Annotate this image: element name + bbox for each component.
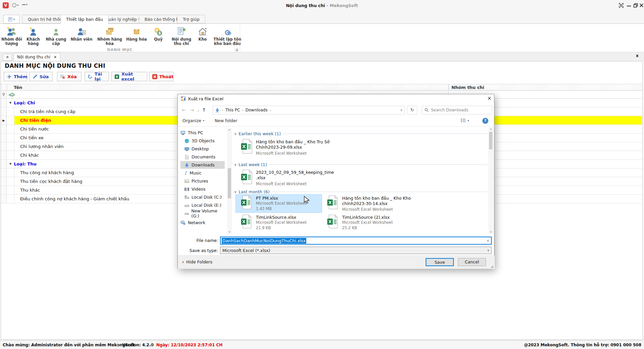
- resize-grip[interactable]: ◢: [491, 265, 493, 268]
- thoat-button[interactable]: Thoát: [149, 72, 173, 81]
- close-button[interactable]: [639, 3, 644, 8]
- up-button[interactable]: ↑: [202, 107, 206, 113]
- tab-tro-giup[interactable]: Trợ giúp: [177, 15, 205, 23]
- breadcrumb-this-pc[interactable]: This PC: [225, 108, 240, 112]
- ribbon-item-quy[interactable]: €$ Quỹ: [149, 25, 168, 49]
- status-version: Version: 4.2.0: [122, 343, 154, 347]
- sidebar-item-pictures[interactable]: Pictures: [180, 177, 225, 185]
- disk-icon: [184, 203, 189, 208]
- chevron-down-icon: ▾: [203, 119, 204, 122]
- scroll-down-icon[interactable]: ∨: [227, 231, 232, 233]
- cancel-button[interactable]: Cancel: [458, 258, 486, 266]
- scroll-up-icon[interactable]: ∧: [227, 129, 232, 131]
- group-earlier-this-week[interactable]: ∨ Earlier this week (1): [234, 131, 487, 136]
- close-all-tabs-button[interactable]: ✕: [3, 54, 12, 61]
- tai-lai-button[interactable]: Tải lại: [85, 72, 109, 81]
- ribbon-item-thiet-lap-ton-kho[interactable]: ⚙ ⚙ Thiết lập tồn kho ban đầu: [211, 25, 244, 49]
- minimize-button[interactable]: [627, 3, 632, 8]
- them-button[interactable]: Thêm: [4, 72, 27, 81]
- save-button[interactable]: Save: [426, 258, 454, 266]
- sidebar-item-new-volume-g[interactable]: New Volume (G:): [180, 209, 225, 217]
- help-button[interactable]: ?: [482, 118, 488, 124]
- refresh-icon: [88, 74, 93, 79]
- sidebar-item-this-pc[interactable]: This PC: [180, 129, 225, 137]
- chevron-down-icon[interactable]: ∨: [234, 163, 236, 166]
- chevron-down-icon[interactable]: ∨: [487, 239, 489, 242]
- sidebar-item-documents[interactable]: Documents: [180, 153, 225, 161]
- scrollbar-thumb[interactable]: [228, 168, 231, 198]
- group-last-week[interactable]: ∨ Last week (1): [234, 162, 487, 167]
- save-as-type-select[interactable]: Microsoft Excel (*.xlsx) ∨: [220, 247, 492, 254]
- breadcrumb-downloads[interactable]: Downloads: [246, 108, 268, 112]
- collapse-triangle-icon[interactable]: ▼: [9, 162, 11, 165]
- chevron-down-icon: ▾: [468, 119, 469, 122]
- picture-icon: [184, 179, 189, 184]
- new-folder-button[interactable]: New folder: [215, 118, 237, 123]
- excel-file-icon: [241, 139, 252, 154]
- forward-button[interactable]: →: [190, 107, 194, 113]
- xoa-button[interactable]: Xóa: [57, 72, 82, 81]
- search-input[interactable]: Search Downloads: [422, 106, 492, 114]
- file-name: PT PM.xlsx: [256, 196, 278, 201]
- tab-close-icon[interactable]: ✕: [54, 55, 57, 59]
- sidebar-item-downloads[interactable]: Downloads: [180, 161, 225, 169]
- view-mode-button[interactable]: ▾: [461, 118, 469, 123]
- ribbon-item-nhom-hang-hoa[interactable]: Nhóm hàng hóa: [95, 25, 124, 49]
- sidebar-item-desktop[interactable]: Desktop: [180, 145, 225, 153]
- column-header-ten[interactable]: Tên: [7, 84, 448, 91]
- scrollbar-thumb[interactable]: [489, 132, 492, 149]
- chevron-down-icon[interactable]: ∨: [234, 190, 236, 194]
- save-as-type-value: Microsoft Excel (*.xlsx): [222, 248, 270, 253]
- ribbon-item-khach-hang[interactable]: Khách hàng: [23, 25, 43, 49]
- list-view-icon: [461, 118, 466, 123]
- ribbon-item-nha-cung-cap[interactable]: Nhà cung cấp: [44, 25, 68, 49]
- delete-icon: [60, 74, 65, 79]
- breadcrumb-bar[interactable]: › This PC › Downloads › ∨: [213, 106, 405, 114]
- sidebar-item-local-disk-c[interactable]: Local Disk (C:): [180, 193, 225, 201]
- panel-close-icon[interactable]: x: [636, 53, 639, 58]
- excel-file-icon: [327, 214, 338, 229]
- product-icon: [132, 27, 141, 37]
- sidebar-item-3d-objects[interactable]: 3D Objects: [180, 137, 225, 145]
- chevron-down-icon[interactable]: ∨: [487, 249, 489, 252]
- ribbon-item-hang-hoa[interactable]: Hàng hóa: [125, 25, 148, 49]
- dialog-close-button[interactable]: ×: [484, 94, 495, 103]
- fullscreen-button[interactable]: [619, 3, 624, 8]
- scroll-up-icon[interactable]: ∧: [488, 128, 493, 131]
- history-chevron-icon[interactable]: ∨: [197, 109, 200, 112]
- column-header-nhom-thu-chi[interactable]: Nhóm thu chi: [448, 84, 642, 91]
- xuat-excel-button[interactable]: Xuất excel: [111, 72, 147, 81]
- sidebar-scrollbar[interactable]: ∧ ∨: [227, 128, 232, 234]
- sidebar-item-network[interactable]: Network: [180, 219, 225, 227]
- file-size: 1.43 MB: [256, 206, 272, 211]
- ribbon-item-kho[interactable]: Kho: [195, 25, 210, 49]
- chevron-down-icon: ▾: [13, 18, 15, 21]
- sua-button[interactable]: Sửa: [29, 72, 53, 81]
- application-window: V ▾ ▾ Nội dung thu chi - MekongSoft ▾: [0, 0, 644, 349]
- file-name-input[interactable]: DanhSachDanhMucNoiDungThuChi.xlsx ∨: [220, 237, 492, 245]
- app-menu-button[interactable]: ▾: [3, 15, 19, 23]
- fullscreen-icon: [619, 3, 624, 8]
- status-date: Ngày: 12/10/2023 2:57:01 CH: [156, 343, 222, 347]
- hide-folders-button[interactable]: ∧ Hide Folders: [182, 259, 212, 264]
- organize-button[interactable]: Organize▾: [182, 118, 204, 123]
- customer-icon: [29, 27, 38, 37]
- file-list-scrollbar[interactable]: ∧ ∨: [488, 127, 493, 234]
- back-button[interactable]: ←: [182, 107, 186, 113]
- sidebar-item-videos[interactable]: Videos: [180, 185, 225, 193]
- file-type: Microsoft Excel Worksheet: [256, 182, 307, 186]
- ribbon-item-noi-dung-thu-chi[interactable]: Nội dung thu chi: [169, 25, 194, 49]
- address-dropdown-icon[interactable]: ∨: [400, 108, 402, 112]
- ribbon-item-nhan-vien[interactable]: Nhân viên: [69, 25, 94, 49]
- tab-noi-dung-thu-chi[interactable]: Nội dung thu chi ✕: [13, 53, 60, 61]
- collapse-triangle-icon[interactable]: ▼: [9, 101, 11, 104]
- scroll-down-icon[interactable]: ∨: [488, 231, 493, 233]
- chevron-down-icon[interactable]: ∨: [234, 132, 236, 136]
- ribbon-collapse-button[interactable]: ◢: [235, 48, 238, 52]
- restore-button[interactable]: [633, 3, 638, 8]
- ribbon-item-nhom-doi-tuong[interactable]: Nhóm đối tượng: [1, 25, 22, 49]
- sidebar-item-music[interactable]: ♪ Music: [180, 169, 225, 177]
- refresh-button[interactable]: ↻: [407, 106, 417, 114]
- group-last-month[interactable]: ∨ Last month (6): [234, 189, 487, 194]
- tab-thiet-lap-ban-dau[interactable]: Thiết lập ban đầu: [60, 15, 109, 24]
